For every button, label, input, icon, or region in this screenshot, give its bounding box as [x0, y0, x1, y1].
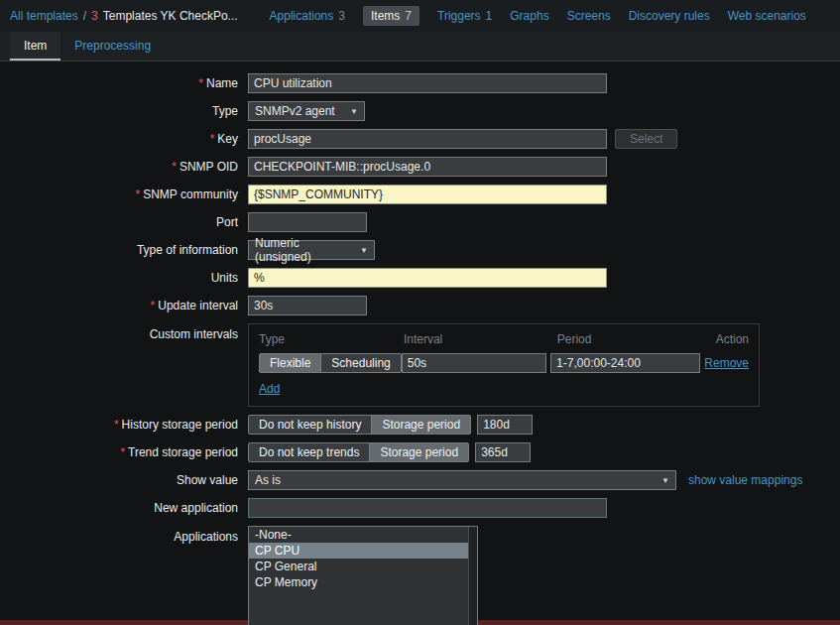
- trend-storage-row: *Trend storage period Do not keep trends…: [0, 442, 840, 462]
- chevron-down-icon: ▼: [661, 476, 669, 485]
- nav-item-count: 3: [338, 9, 345, 23]
- snmp-community-label: *SNMP community: [0, 188, 248, 201]
- new-application-label: New application: [0, 501, 248, 515]
- snmp-oid-label: *SNMP OID: [0, 160, 248, 174]
- type-of-information-row: Type of information Numeric (unsigned) ▼: [0, 240, 840, 260]
- add-interval-link[interactable]: Add: [259, 382, 280, 396]
- custom-intervals-label-text: Custom intervals: [150, 327, 238, 341]
- nav-item-label: Discovery rules: [629, 9, 710, 23]
- name-row: *Name: [0, 73, 840, 93]
- units-input[interactable]: [248, 268, 607, 288]
- key-row: *Key Select: [0, 129, 840, 149]
- applications-label-text: Applications: [174, 530, 238, 544]
- update-interval-label-text: Update interval: [158, 299, 238, 312]
- units-row: Units: [0, 268, 840, 288]
- snmp-community-input[interactable]: [248, 185, 607, 204]
- tab-preprocessing-label: Preprocessing: [74, 39, 151, 53]
- type-select-value: SNMPv2 agent: [255, 104, 335, 118]
- header-type: Type: [259, 332, 404, 346]
- type-of-information-label: Type of information: [0, 243, 248, 257]
- trend-do-not-keep-button[interactable]: Do not keep trends: [248, 442, 370, 462]
- trend-period-input[interactable]: [475, 442, 531, 462]
- history-storage-period-button[interactable]: Storage period: [371, 415, 471, 435]
- type-select[interactable]: SNMPv2 agent ▼: [248, 101, 365, 121]
- show-value-row: Show value As is ▼ show value mappings: [0, 470, 840, 490]
- custom-intervals-label: Custom intervals: [0, 323, 248, 341]
- show-value-mappings-link[interactable]: show value mappings: [688, 473, 802, 487]
- show-value-label-text: Show value: [177, 473, 238, 487]
- units-label: Units: [0, 271, 248, 285]
- trend-storage-period-button[interactable]: Storage period: [369, 442, 469, 462]
- key-input[interactable]: [248, 129, 607, 149]
- nav-item-graphs[interactable]: Graphs: [510, 9, 548, 23]
- units-label-text: Units: [211, 271, 238, 285]
- custom-intervals-header: Type Interval Period Action: [259, 332, 749, 346]
- name-input[interactable]: [248, 73, 607, 93]
- snmp-oid-label-text: SNMP OID: [180, 160, 238, 174]
- nav-item-discovery-rules[interactable]: Discovery rules: [629, 9, 710, 23]
- type-label: Type: [0, 104, 248, 118]
- custom-interval-row: Flexible Scheduling Remove: [259, 353, 749, 373]
- applications-option-cp-cpu[interactable]: CP CPU: [249, 543, 477, 559]
- breadcrumb-separator: /: [83, 9, 86, 23]
- top-bar: All templates / 3 Templates YK CheckPo..…: [0, 0, 840, 32]
- update-interval-input[interactable]: [248, 296, 367, 315]
- applications-listbox[interactable]: -None- CP CPU CP General CP Memory: [248, 526, 478, 625]
- key-label: *Key: [0, 132, 248, 146]
- applications-option-cp-general[interactable]: CP General: [249, 559, 477, 574]
- update-interval-row: *Update interval: [0, 296, 840, 315]
- new-application-input[interactable]: [248, 498, 607, 518]
- port-input[interactable]: [248, 212, 367, 232]
- history-storage-row: *History storage period Do not keep hist…: [0, 415, 840, 435]
- port-label-text: Port: [216, 215, 238, 229]
- custom-intervals-panel: Type Interval Period Action Flexible Sch…: [248, 323, 760, 407]
- nav-item-items[interactable]: Items 7: [363, 6, 420, 26]
- nav-item-web-scenarios[interactable]: Web scenarios: [728, 9, 806, 23]
- snmp-oid-row: *SNMP OID: [0, 157, 840, 177]
- interval-type-flexible-button[interactable]: Flexible: [259, 353, 321, 373]
- history-period-input[interactable]: [477, 415, 533, 435]
- history-storage-label: *History storage period: [0, 418, 248, 432]
- interval-input[interactable]: [402, 353, 546, 373]
- breadcrumb: All templates / 3 Templates YK CheckPo..…: [10, 9, 238, 23]
- nav-item-label: Applications: [270, 9, 334, 23]
- nav-item-count: 1: [486, 9, 493, 23]
- required-marker: *: [210, 132, 215, 146]
- period-input[interactable]: [550, 353, 700, 373]
- interval-type-scheduling-button[interactable]: Scheduling: [320, 353, 401, 373]
- tab-preprocessing[interactable]: Preprocessing: [60, 32, 165, 61]
- type-of-information-select[interactable]: Numeric (unsigned) ▼: [248, 240, 375, 260]
- breadcrumb-all-templates-link[interactable]: All templates: [10, 9, 78, 23]
- snmp-community-row: *SNMP community: [0, 185, 840, 204]
- tab-item-label: Item: [24, 39, 47, 53]
- port-label: Port: [0, 215, 248, 229]
- type-of-information-select-value: Numeric (unsigned): [255, 236, 348, 264]
- applications-option-none[interactable]: -None-: [249, 527, 477, 543]
- snmp-oid-input[interactable]: [248, 157, 607, 177]
- applications-option-cp-memory[interactable]: CP Memory: [249, 574, 477, 590]
- applications-label: Applications: [0, 526, 248, 544]
- remove-interval-link[interactable]: Remove: [704, 356, 749, 370]
- header-interval: Interval: [404, 332, 557, 346]
- required-marker: *: [120, 445, 125, 459]
- listbox-scrollbar[interactable]: [468, 527, 477, 625]
- header-action: Action: [716, 332, 749, 346]
- port-row: Port: [0, 212, 840, 232]
- nav-item-label: Web scenarios: [728, 9, 806, 23]
- show-value-select[interactable]: As is ▼: [248, 470, 676, 490]
- breadcrumb-template-name[interactable]: Templates YK CheckPo...: [103, 9, 238, 23]
- history-do-not-keep-button[interactable]: Do not keep history: [248, 415, 372, 435]
- type-label-text: Type: [212, 104, 238, 118]
- nav-item-triggers[interactable]: Triggers 1: [437, 9, 492, 23]
- snmp-community-label-text: SNMP community: [143, 188, 238, 201]
- new-application-label-text: New application: [154, 501, 238, 515]
- tab-item[interactable]: Item: [10, 32, 60, 61]
- key-select-button[interactable]: Select: [615, 129, 677, 149]
- nav-item-screens[interactable]: Screens: [567, 9, 611, 23]
- nav-item-label: Triggers: [437, 9, 481, 23]
- breadcrumb-count: 3: [91, 9, 98, 23]
- nav-item-applications[interactable]: Applications 3: [270, 9, 345, 23]
- required-marker: *: [172, 160, 177, 174]
- history-storage-label-text: History storage period: [122, 418, 238, 432]
- name-label: *Name: [0, 76, 248, 90]
